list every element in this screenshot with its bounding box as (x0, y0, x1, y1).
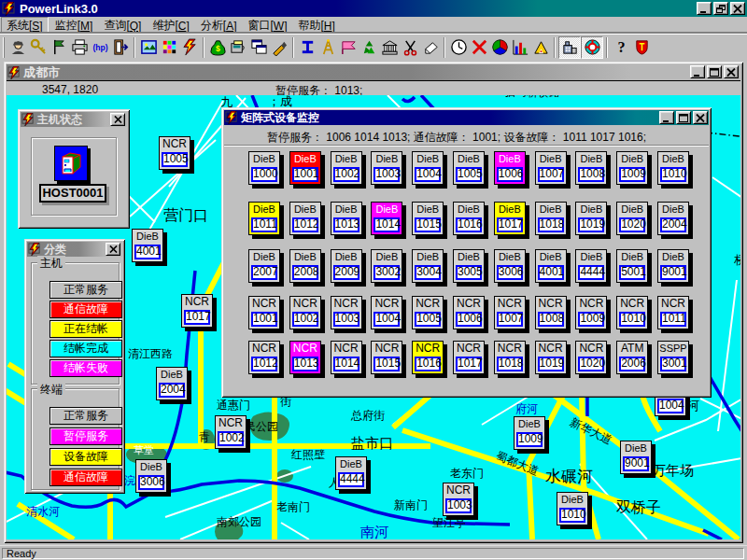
device-button-dieb-1012[interactable]: DieB1012 (289, 202, 321, 235)
protractor-icon[interactable] (530, 36, 551, 59)
device-button-ncr-1007[interactable]: NCR1007 (494, 296, 526, 329)
help-icon[interactable]: ? (611, 36, 631, 59)
device-button-dieb-1013[interactable]: DieB1013 (331, 202, 362, 235)
device-button-dieb-3006[interactable]: DieB3006 (494, 249, 526, 283)
legend-item[interactable]: 通信故障 (49, 469, 122, 486)
device-button-ncr-1008[interactable]: NCR1008 (535, 296, 567, 329)
flag-icon[interactable] (49, 36, 69, 59)
legend-item[interactable]: 正常服务 (49, 281, 122, 299)
menu-c[interactable]: 维护[C] (148, 17, 193, 34)
bar-chart-icon[interactable] (510, 36, 530, 59)
menu-h[interactable]: 帮助[H] (294, 17, 340, 34)
menu-q[interactable]: 查询[Q] (99, 17, 146, 34)
derrick-icon[interactable] (317, 36, 338, 59)
alarm-shield-icon[interactable] (631, 36, 652, 59)
color-grid-icon[interactable] (159, 36, 179, 59)
legend-item[interactable]: 正常服务 (49, 407, 122, 425)
legend-window-titlebar[interactable]: 分类 (27, 242, 122, 257)
menu-m[interactable]: 监控[M] (50, 17, 98, 34)
host-window-close-button[interactable] (110, 113, 125, 126)
legend-item[interactable]: 正在结帐 (49, 320, 122, 338)
device-button-dieb-2009[interactable]: DieB2009 (331, 249, 362, 283)
device-button-ncr-1020[interactable]: NCR1020 (575, 341, 607, 374)
device-button-dieb-1007[interactable]: DieB1007 (535, 151, 567, 185)
legend-window-close-button[interactable] (106, 243, 120, 256)
device-button-dieb-4444[interactable]: DieB4444 (575, 249, 607, 283)
device-button-dieb-1017[interactable]: DieB1017 (494, 202, 526, 235)
hp-icon[interactable]: (hp) (90, 36, 110, 59)
device-button-dieb-4001[interactable]: DieB4001 (132, 229, 163, 262)
device-button-dieb-9001[interactable]: DieB9001 (657, 249, 689, 283)
delete-x-icon[interactable] (469, 36, 489, 59)
device-button-dieb-1002[interactable]: DieB1002 (331, 151, 362, 185)
legend-item[interactable]: 结帐失败 (49, 359, 122, 377)
building-view-icon[interactable] (558, 36, 581, 59)
device-button-dieb-3006[interactable]: DieB3006 (135, 459, 167, 493)
device-button-dieb-2008[interactable]: DieB2008 (289, 249, 321, 283)
device-button-dieb-1010[interactable]: DieB1010 (657, 151, 689, 185)
device-button-dieb-1008[interactable]: DieB1008 (575, 151, 607, 185)
card-reader-icon[interactable] (228, 36, 248, 59)
device-button-ncr-1012[interactable]: NCR1012 (248, 341, 280, 374)
menu-s[interactable]: 系统[S] (1, 17, 49, 34)
device-button-dieb-1009[interactable]: DieB1009 (514, 416, 545, 450)
device-button-ncr-1013[interactable]: NCR1013 (289, 341, 321, 374)
device-button-dieb-3004[interactable]: DieB3004 (412, 249, 444, 283)
printer-icon[interactable] (69, 36, 90, 59)
device-button-ncr-1017[interactable]: NCR1017 (453, 341, 485, 374)
close-button[interactable] (730, 2, 745, 15)
maximize-button[interactable] (707, 65, 722, 78)
legend-item[interactable]: 通信故障 (49, 301, 122, 318)
device-button-dieb-1004[interactable]: DieB1004 (412, 151, 444, 185)
legend-item[interactable]: 结帐完成 (49, 340, 122, 357)
device-button-dieb-2004[interactable]: DieB2004 (156, 367, 188, 400)
device-button-dieb-2004[interactable]: DieB2004 (657, 202, 689, 235)
menu-w[interactable]: 窗口[W] (243, 17, 291, 34)
device-button-dieb-1020[interactable]: DieB1020 (616, 202, 648, 235)
device-button-dieb-1000[interactable]: DieB1000 (248, 151, 280, 185)
device-button-ncr-1018[interactable]: NCR1018 (494, 341, 526, 374)
device-button-dieb-9001[interactable]: DieB9001 (620, 441, 652, 474)
paintbrush-icon[interactable] (269, 36, 289, 59)
device-button-ncr-1011[interactable]: NCR1011 (657, 296, 689, 329)
eraser-icon[interactable] (420, 36, 441, 59)
agent-icon[interactable] (7, 36, 28, 59)
compass-view-icon[interactable] (581, 36, 603, 59)
device-button-ncr-1014[interactable]: NCR1014 (331, 341, 362, 374)
device-button-ncr-1006[interactable]: NCR1006 (453, 296, 485, 329)
restore-button[interactable] (713, 2, 728, 15)
device-button-dieb-1010[interactable]: DieB1010 (557, 492, 588, 525)
device-button-ncr-1003[interactable]: NCR1003 (331, 296, 362, 329)
device-button-dieb-4001[interactable]: DieB4001 (535, 249, 567, 283)
exit-door-icon[interactable] (110, 36, 131, 59)
device-button-ncr-1019[interactable]: NCR1019 (535, 341, 567, 374)
device-button-dieb-1001[interactable]: DieB1001 (289, 151, 321, 185)
money-bag-icon[interactable]: $ (207, 36, 228, 59)
device-button-dieb-2007[interactable]: DieB2007 (248, 249, 280, 283)
device-button-ncr-1002[interactable]: NCR1002 (289, 296, 321, 329)
device-button-dieb-1015[interactable]: DieB1015 (412, 202, 444, 235)
scissors-icon[interactable] (400, 36, 420, 59)
clock-icon[interactable] (448, 36, 469, 59)
device-button-ncr-1001[interactable]: NCR1001 (248, 296, 280, 329)
device-button-dieb-1005[interactable]: DieB1005 (453, 151, 485, 185)
color-wheel-icon[interactable] (489, 36, 510, 59)
device-button-ncr-1015[interactable]: NCR1015 (371, 341, 402, 374)
device-button-dieb-1019[interactable]: DieB1019 (575, 202, 607, 235)
host-computer-button[interactable] (54, 146, 88, 181)
device-button-dieb-1014[interactable]: DieB1014 (371, 202, 402, 235)
key-icon[interactable] (28, 36, 49, 59)
lightning-bolt-icon[interactable] (179, 36, 200, 59)
device-button-dieb-1003[interactable]: DieB1003 (371, 151, 402, 185)
legend-item[interactable]: 设备故障 (49, 448, 122, 466)
recycle-icon[interactable] (359, 36, 379, 59)
device-button-ncr-1017[interactable]: NCR1017 (181, 294, 213, 328)
minimize-button[interactable] (697, 2, 712, 15)
device-button-dieb-1018[interactable]: DieB1018 (535, 202, 567, 235)
picture-icon[interactable] (138, 36, 159, 59)
device-button-ncr-1010[interactable]: NCR1010 (616, 296, 648, 329)
device-button-dieb-1006[interactable]: DieB1006 (494, 151, 526, 185)
device-button-ncr-1004[interactable]: NCR1004 (371, 296, 402, 329)
ribbon-tool-icon[interactable] (338, 36, 359, 59)
menu-a[interactable]: 分析[A] (196, 17, 242, 34)
